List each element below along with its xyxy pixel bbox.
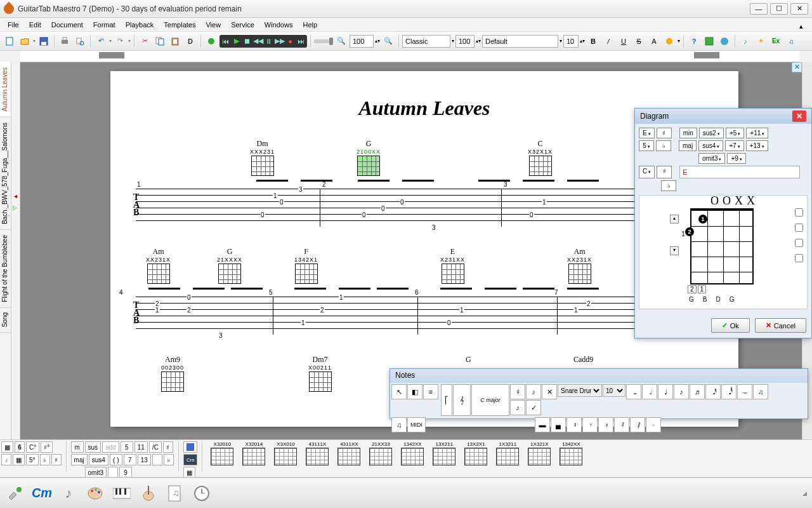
tab-bumblebee[interactable]: Flight of the Bumblebee bbox=[0, 230, 11, 308]
size-input[interactable] bbox=[455, 35, 475, 48]
cp-btn[interactable]: ♯ bbox=[51, 454, 62, 465]
chord-thumbnail[interactable]: X3X010 bbox=[270, 441, 301, 476]
dp-check2[interactable] bbox=[795, 224, 803, 232]
dropdown-icon[interactable]: ▾ bbox=[678, 38, 680, 44]
menu-view[interactable]: View bbox=[200, 19, 226, 30]
keyboard-icon[interactable] bbox=[112, 483, 132, 504]
np-drum-select[interactable]: Snare Drum 1 bbox=[558, 384, 602, 397]
dp-fretboard[interactable]: OOXX ▴ ▾ 1 1 2 21 GBDG bbox=[639, 195, 808, 309]
dropdown-icon[interactable]: ▾ bbox=[33, 38, 36, 44]
stop-button[interactable]: ◼ bbox=[242, 36, 252, 47]
cp-blank2-button[interactable] bbox=[108, 467, 118, 478]
diagram-title-bar[interactable]: Diagram ✕ bbox=[635, 109, 811, 124]
cp-paren-button[interactable]: ( ) bbox=[110, 454, 122, 465]
menu-document[interactable]: Document bbox=[46, 19, 88, 30]
redo-button[interactable]: ↷ bbox=[113, 34, 127, 48]
dp-finger-1[interactable]: 1 bbox=[698, 215, 707, 224]
zoom-slider[interactable] bbox=[314, 39, 333, 43]
dp-chord-input[interactable] bbox=[679, 166, 800, 178]
print-button[interactable] bbox=[58, 34, 72, 48]
palette-icon[interactable] bbox=[85, 483, 105, 504]
record-button[interactable]: ● bbox=[285, 36, 296, 47]
chord-thumbnail[interactable]: 1X321X bbox=[524, 441, 554, 476]
dp-sus2-button[interactable]: sus2 bbox=[699, 128, 724, 138]
new-doc-button[interactable] bbox=[3, 34, 16, 48]
skip-fwd-button[interactable]: ⏭ bbox=[296, 36, 306, 47]
cm-icon[interactable]: Cm bbox=[32, 483, 52, 504]
spinner-icon[interactable]: ▴▾ bbox=[476, 38, 481, 44]
cp-m-button[interactable]: m bbox=[71, 441, 84, 453]
open-button[interactable] bbox=[18, 34, 32, 48]
np-whole-note-button[interactable]: 𝅝 bbox=[626, 384, 641, 399]
cp-slash-c-button[interactable]: /C bbox=[149, 441, 162, 453]
underline-button[interactable]: U bbox=[617, 34, 631, 48]
menu-format[interactable]: Format bbox=[88, 19, 121, 30]
color-button[interactable] bbox=[662, 34, 676, 48]
cp-maj-button[interactable]: maj bbox=[71, 454, 88, 465]
np-btn[interactable]: ✕ bbox=[542, 384, 557, 399]
dp-omit3-button[interactable]: omit3 bbox=[698, 153, 725, 164]
dp-sharp-button[interactable]: ♯ bbox=[657, 128, 672, 138]
cp-13-button[interactable]: 13 bbox=[138, 454, 151, 465]
np-key-button[interactable]: C major bbox=[471, 384, 509, 416]
chord-thumbnail[interactable]: 1342XX bbox=[397, 441, 428, 476]
cp-btn[interactable]: ♪ bbox=[1, 454, 11, 465]
duplicate-button[interactable]: D bbox=[183, 34, 197, 48]
np-dot-button[interactable]: · bbox=[646, 417, 661, 432]
undo-button[interactable]: ↶ bbox=[94, 34, 108, 48]
cp-7-button[interactable]: 7 bbox=[124, 454, 136, 465]
dropdown-icon[interactable]: ▾ bbox=[128, 38, 131, 44]
close-button[interactable]: ✕ bbox=[790, 3, 808, 15]
chord-thumbnail[interactable]: 21XX33 bbox=[365, 441, 396, 476]
copy-button[interactable] bbox=[153, 34, 167, 48]
np-btn[interactable]: ♪ bbox=[510, 400, 525, 415]
np-bracket-button[interactable]: ⎡ bbox=[441, 384, 452, 416]
np-64th-note-button[interactable]: 𝅘𝅥𝅱 bbox=[721, 384, 737, 399]
tab-bach[interactable]: Bach._BWV_578_Fuga__Salomons bbox=[0, 117, 11, 230]
spinner-icon[interactable]: ▴▾ bbox=[580, 38, 585, 44]
zoom-in-button[interactable]: 🔍 bbox=[381, 34, 395, 48]
dp-plus13-button[interactable]: +13 bbox=[746, 140, 768, 151]
menu-windows[interactable]: Windows bbox=[259, 19, 298, 30]
cp-cm-button[interactable]: Cm bbox=[183, 454, 197, 465]
menu-file[interactable]: File bbox=[3, 19, 24, 30]
cp-add-button[interactable]: add bbox=[102, 441, 119, 453]
dp-plus9-button[interactable]: +9 bbox=[727, 153, 745, 164]
chord-thumbnail[interactable]: 1342XX bbox=[556, 441, 586, 476]
print-preview-button[interactable] bbox=[73, 34, 87, 48]
dp-plus5-button[interactable]: +5 bbox=[726, 128, 744, 138]
menu-service[interactable]: Service bbox=[226, 19, 259, 30]
dp-root-select[interactable]: E bbox=[639, 128, 655, 138]
font-a-button[interactable]: A bbox=[647, 34, 661, 48]
star-button[interactable]: ✦ bbox=[754, 34, 768, 48]
cp-btn[interactable]: ♯° bbox=[41, 441, 53, 453]
cp-sus4-button[interactable]: sus4 bbox=[89, 454, 108, 465]
np-eighth-rest-button[interactable]: 𝄾 bbox=[582, 417, 598, 432]
menu-help[interactable]: Help bbox=[298, 19, 322, 30]
clock-icon[interactable] bbox=[192, 483, 212, 504]
chord-thumbnail[interactable]: 1X3211 bbox=[492, 441, 523, 476]
chord-thumbnail[interactable]: 13X2X1 bbox=[461, 441, 491, 476]
chord-thumbnail[interactable]: 13X211 bbox=[429, 441, 459, 476]
play-button[interactable]: ▶ bbox=[231, 36, 242, 47]
tab-song[interactable]: Song bbox=[0, 307, 11, 333]
cp-9-button[interactable]: 9 bbox=[119, 467, 132, 478]
dp-bass-select[interactable]: C bbox=[639, 166, 655, 178]
dp-check4[interactable] bbox=[795, 254, 803, 262]
np-quarter-note-button[interactable]: ♩ bbox=[658, 384, 673, 399]
dp-check1[interactable] bbox=[795, 208, 803, 217]
dp-cancel-button[interactable]: ✕Cancel bbox=[755, 318, 806, 333]
cp-sus-button[interactable]: sus bbox=[85, 441, 102, 453]
np-pointer-button[interactable]: ↖ bbox=[391, 384, 407, 399]
dropdown-icon[interactable]: ▾ bbox=[560, 38, 562, 44]
dp-sharp2-button[interactable]: ♯ bbox=[657, 166, 672, 178]
spinner-icon[interactable]: ▴▾ bbox=[375, 38, 380, 44]
np-btn[interactable]: ♫ bbox=[391, 417, 407, 432]
dropdown-icon[interactable]: ▾ bbox=[452, 38, 454, 44]
cp-btn[interactable]: 6 bbox=[15, 441, 25, 453]
style-select[interactable] bbox=[402, 35, 450, 48]
chord-thumbnail[interactable]: X32014 bbox=[239, 441, 269, 476]
np-midi-button[interactable]: MIDI bbox=[407, 417, 426, 432]
skip-back-button[interactable]: ⏮ bbox=[220, 36, 231, 47]
cp-grid-button[interactable]: ▦ bbox=[183, 467, 195, 478]
